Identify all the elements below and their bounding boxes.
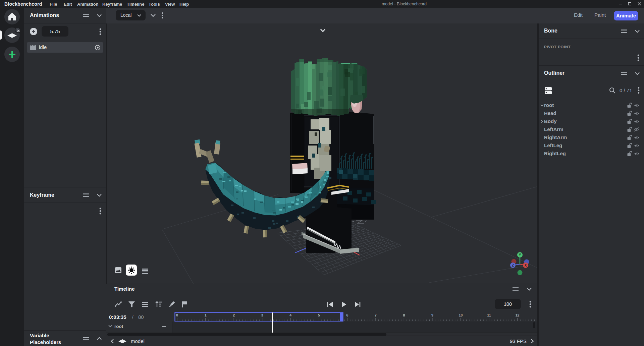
svg-text:4: 4 bbox=[289, 313, 291, 317]
svg-text:9: 9 bbox=[431, 313, 433, 317]
svg-text:3: 3 bbox=[261, 313, 263, 317]
svg-text:10: 10 bbox=[459, 313, 463, 317]
svg-text:11: 11 bbox=[487, 313, 491, 317]
svg-text:12: 12 bbox=[516, 313, 520, 317]
svg-text:7: 7 bbox=[375, 313, 377, 317]
svg-text:1: 1 bbox=[205, 313, 207, 317]
svg-text:6: 6 bbox=[346, 313, 348, 317]
svg-text:root: root bbox=[114, 324, 123, 329]
svg-text:5: 5 bbox=[318, 313, 320, 317]
svg-text:2: 2 bbox=[233, 313, 235, 317]
svg-text:Z: Z bbox=[512, 264, 514, 267]
svg-text:0: 0 bbox=[176, 313, 178, 317]
svg-text:Y: Y bbox=[519, 253, 521, 257]
svg-text:8: 8 bbox=[403, 313, 405, 317]
svg-text:X: X bbox=[525, 264, 527, 267]
